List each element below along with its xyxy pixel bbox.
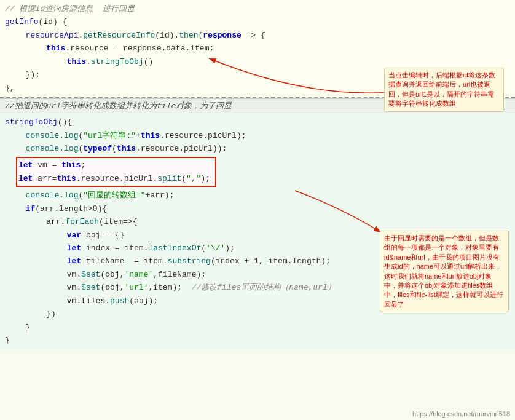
code-line: this.resource = response.data.item; — [5, 42, 515, 55]
code-line: stringToObj(){ — [5, 116, 515, 129]
top-comment-line: // 根据id查询房源信息 进行回显 — [5, 2, 515, 15]
code-line: let vm = this; — [18, 159, 210, 172]
code-line: let arr=this.resource.picUrl.split(","); — [18, 172, 210, 185]
code-line: console.log("回显的转数组="+arr); — [5, 189, 515, 202]
watermark: https://blog.csdn.net/marvinn518 — [412, 410, 510, 418]
code-line: getInfo(id) { — [5, 15, 515, 28]
annotation-top: 当点击编辑时，后端根据id将这条数据查询并返回给前端后，url也被返回，但是ur… — [384, 68, 504, 112]
code-line: console.log(typeof(this.resource.picUrl)… — [5, 142, 515, 155]
highlighted-code-block: let vm = this; let arr=this.resource.pic… — [16, 157, 216, 187]
code-line: arr.forEach(item=>{ — [5, 215, 515, 228]
code-line: if(arr.length>0){ — [5, 202, 515, 215]
code-editor: // 根据id查询房源信息 进行回显 getInfo(id) { resourc… — [0, 0, 515, 420]
code-line: } — [5, 334, 515, 347]
annotation-bottom: 由于回显时需要的是一个数组，但是数组的每一项都是一个对象，对象里要有id&nam… — [380, 231, 509, 312]
code-line: this.stringToObj() — [5, 55, 515, 68]
code-line: console.log("url字符串:"+this.resource.picU… — [5, 129, 515, 142]
code-line: } — [5, 321, 515, 334]
code-line: resourceApi.getResourceInfo(id).then(res… — [5, 29, 515, 42]
